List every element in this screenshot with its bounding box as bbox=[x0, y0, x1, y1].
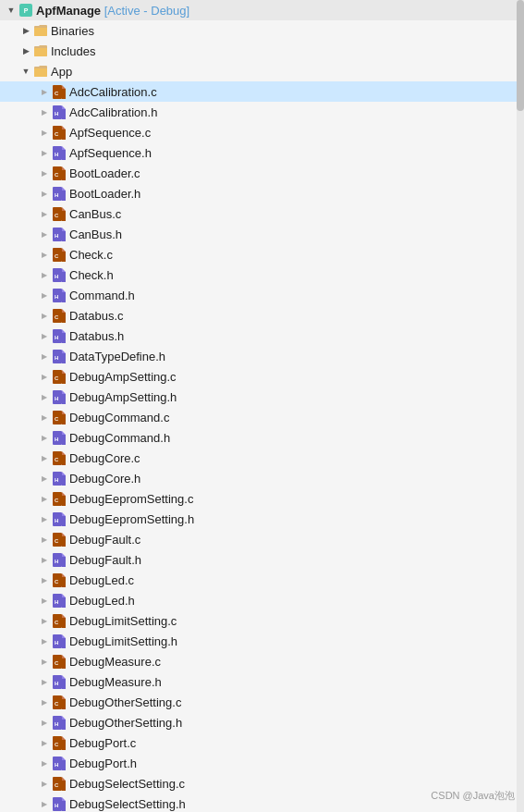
explorer-container[interactable]: PApfManage [Active - Debug]BinariesInclu… bbox=[0, 0, 524, 812]
svg-rect-78 bbox=[62, 475, 66, 486]
tree-item-DebugPort_h[interactable]: ▶HDebugPort.h bbox=[0, 753, 524, 773]
svg-text:C: C bbox=[55, 498, 59, 503]
expand-arrow[interactable]: ▶ bbox=[37, 735, 52, 750]
expand-arrow[interactable]: ▶ bbox=[37, 389, 52, 404]
svg-rect-50 bbox=[62, 333, 66, 343]
tree-item-DebugMeasure_c[interactable]: ▶CDebugMeasure.c bbox=[0, 651, 524, 671]
expand-arrow[interactable] bbox=[18, 64, 33, 79]
tree-item-DebugCommand_h[interactable]: ▶HDebugCommand.h bbox=[0, 427, 524, 448]
tree-item-DebugLimitSetting_h[interactable]: ▶HDebugLimitSetting.h bbox=[0, 631, 524, 651]
tree-item-DebugLed_h[interactable]: ▶HDebugLed.h bbox=[0, 590, 524, 610]
expand-arrow[interactable] bbox=[18, 23, 33, 38]
tree-item-DataTypeDefine_h[interactable]: ▶HDataTypeDefine.h bbox=[0, 346, 524, 366]
h-icon: H bbox=[52, 267, 67, 282]
expand-arrow[interactable]: ▶ bbox=[37, 756, 52, 770]
tree-item-ApfSequence_h[interactable]: ▶HApfSequence.h bbox=[0, 142, 524, 163]
expand-arrow[interactable]: ▶ bbox=[37, 654, 52, 669]
tree-item-DebugLimitSetting_c[interactable]: ▶CDebugLimitSetting.c bbox=[0, 610, 524, 631]
expand-arrow[interactable]: ▶ bbox=[37, 410, 52, 424]
tree-item-DebugEepromSetting_c[interactable]: ▶CDebugEepromSetting.c bbox=[0, 488, 524, 509]
tree-item-DebugOtherSetting_h[interactable]: ▶HDebugOtherSetting.h bbox=[0, 712, 524, 732]
expand-arrow[interactable]: ▶ bbox=[37, 634, 52, 648]
tree-item-app[interactable]: App bbox=[0, 61, 524, 81]
expand-arrow[interactable]: ▶ bbox=[37, 552, 52, 567]
expand-arrow[interactable]: ▶ bbox=[37, 166, 52, 180]
tree-item-BootLoader_h[interactable]: ▶HBootLoader.h bbox=[0, 183, 524, 203]
tree-item-CanBus_h[interactable]: ▶HCanBus.h bbox=[0, 224, 524, 244]
tree-item-Check_c[interactable]: ▶CCheck.c bbox=[0, 244, 524, 265]
tree-item-DebugFault_c[interactable]: ▶CDebugFault.c bbox=[0, 529, 524, 549]
tree-item-CanBus_c[interactable]: ▶CCanBus.c bbox=[0, 203, 524, 224]
tree-item-AdcCalibration_h[interactable]: ▶HAdcCalibration.h bbox=[0, 102, 524, 122]
expand-arrow[interactable]: ▶ bbox=[37, 369, 52, 384]
expand-arrow[interactable]: ▶ bbox=[37, 695, 52, 709]
item-label: ApfManage [Active - Debug] bbox=[36, 4, 189, 18]
expand-arrow[interactable]: ▶ bbox=[37, 715, 52, 730]
tree-item-DebugOtherSetting_c[interactable]: ▶CDebugOtherSetting.c bbox=[0, 692, 524, 712]
item-label: DebugOtherSetting.h bbox=[69, 716, 182, 730]
expand-arrow[interactable]: ▶ bbox=[37, 267, 52, 282]
expand-arrow[interactable]: ▶ bbox=[37, 247, 52, 262]
h-icon: H bbox=[52, 552, 67, 567]
tree-item-DebugCore_h[interactable]: ▶HDebugCore.h bbox=[0, 468, 524, 488]
expand-arrow[interactable]: ▶ bbox=[37, 511, 52, 526]
expand-arrow[interactable]: ▶ bbox=[37, 450, 52, 465]
tree-item-DebugAmpSetting_h[interactable]: ▶HDebugAmpSetting.h bbox=[0, 387, 524, 407]
expand-arrow[interactable]: ▶ bbox=[37, 125, 52, 140]
h-icon: H bbox=[52, 593, 67, 608]
expand-arrow[interactable]: ▶ bbox=[37, 308, 52, 323]
expand-arrow[interactable]: ▶ bbox=[37, 186, 52, 201]
expand-arrow[interactable] bbox=[18, 43, 33, 58]
svg-rect-42 bbox=[62, 292, 66, 302]
item-label: BootLoader.c bbox=[69, 166, 140, 180]
tree-item-AdcCalibration_c[interactable]: ▶CAdcCalibration.c bbox=[0, 81, 524, 102]
svg-rect-82 bbox=[62, 496, 66, 506]
expand-arrow[interactable]: ▶ bbox=[37, 288, 52, 302]
tree-item-root[interactable]: PApfManage [Active - Debug] bbox=[0, 0, 524, 20]
tree-item-ApfSequence_c[interactable]: ▶CApfSequence.c bbox=[0, 122, 524, 142]
svg-marker-117 bbox=[62, 675, 66, 679]
tree-item-includes[interactable]: Includes bbox=[0, 41, 524, 61]
expand-arrow[interactable]: ▶ bbox=[37, 532, 52, 547]
tree-item-DebugCore_c[interactable]: ▶CDebugCore.c bbox=[0, 448, 524, 468]
svg-rect-2 bbox=[62, 89, 66, 99]
expand-arrow[interactable]: ▶ bbox=[37, 349, 52, 363]
expand-arrow[interactable]: ▶ bbox=[37, 105, 52, 119]
expand-arrow[interactable]: ▶ bbox=[37, 206, 52, 221]
expand-arrow[interactable]: ▶ bbox=[37, 593, 52, 608]
expand-arrow[interactable]: ▶ bbox=[37, 145, 52, 160]
tree-item-DebugPort_c[interactable]: ▶CDebugPort.c bbox=[0, 732, 524, 753]
expand-arrow[interactable]: ▶ bbox=[37, 84, 52, 99]
folder-icon bbox=[33, 64, 48, 79]
expand-arrow[interactable]: ▶ bbox=[37, 430, 52, 445]
expand-arrow[interactable] bbox=[4, 3, 18, 18]
expand-arrow[interactable]: ▶ bbox=[37, 572, 52, 587]
tree-item-DebugEepromSetting_h[interactable]: ▶HDebugEepromSetting.h bbox=[0, 509, 524, 529]
svg-text:H: H bbox=[55, 111, 58, 117]
svg-text:H: H bbox=[55, 294, 58, 300]
tree-item-DebugMeasure_h[interactable]: ▶HDebugMeasure.h bbox=[0, 671, 524, 692]
expand-arrow[interactable]: ▶ bbox=[37, 227, 52, 241]
tree-item-BootLoader_c[interactable]: ▶CBootLoader.c bbox=[0, 163, 524, 183]
tree-item-Databus_c[interactable]: ▶CDatabus.c bbox=[0, 305, 524, 326]
expand-arrow[interactable]: ▶ bbox=[37, 674, 52, 689]
tree-item-DebugAmpSetting_c[interactable]: ▶CDebugAmpSetting.c bbox=[0, 366, 524, 387]
tree-item-Check_h[interactable]: ▶HCheck.h bbox=[0, 265, 524, 285]
expand-arrow[interactable]: ▶ bbox=[37, 491, 52, 506]
tree-item-DebugLed_c[interactable]: ▶CDebugLed.c bbox=[0, 570, 524, 590]
scrollbar-thumb[interactable] bbox=[517, 0, 524, 111]
tree-item-Databus_h[interactable]: ▶HDatabus.h bbox=[0, 326, 524, 346]
tree-item-DebugFault_h[interactable]: ▶HDebugFault.h bbox=[0, 549, 524, 570]
tree-item-Command_h[interactable]: ▶HCommand.h bbox=[0, 285, 524, 305]
expand-arrow[interactable]: ▶ bbox=[37, 328, 52, 343]
tree-item-DebugCommand_c[interactable]: ▶CDebugCommand.c bbox=[0, 407, 524, 427]
expand-arrow[interactable]: ▶ bbox=[37, 776, 52, 791]
scrollbar-track[interactable] bbox=[517, 0, 524, 812]
svg-marker-65 bbox=[62, 411, 66, 414]
tree-item-binaries[interactable]: Binaries bbox=[0, 20, 524, 41]
expand-arrow[interactable]: ▶ bbox=[37, 613, 52, 628]
svg-marker-141 bbox=[62, 797, 66, 801]
h-icon: H bbox=[52, 796, 67, 811]
expand-arrow[interactable]: ▶ bbox=[37, 471, 52, 486]
expand-arrow[interactable]: ▶ bbox=[37, 796, 52, 811]
